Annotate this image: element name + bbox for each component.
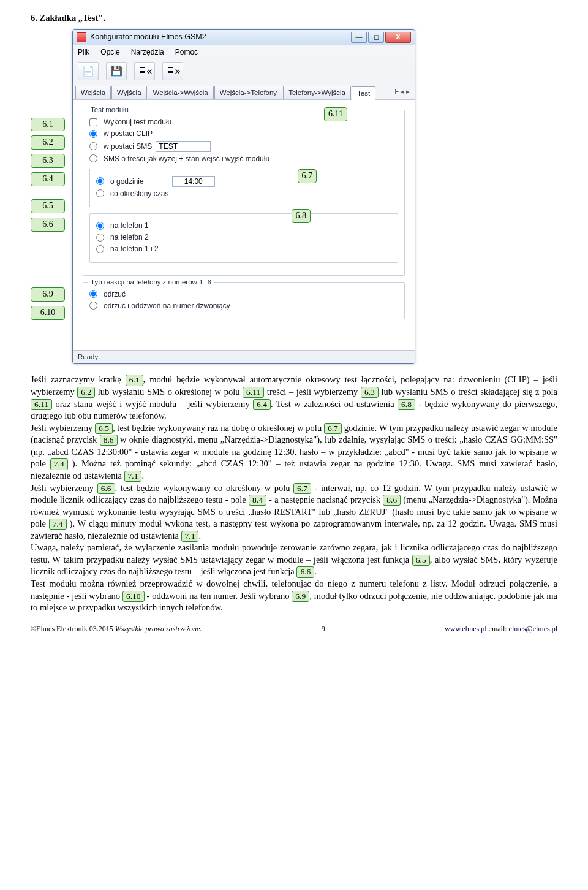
ref-6-11a: 6.11 — [243, 387, 264, 398]
left-callouts: 6.1 6.2 6.3 6.4 6.5 6.6 6.9 6.10 — [31, 29, 65, 365]
footer-left: ©Elmes Elektronik 03.2015 Wszystkie praw… — [31, 624, 202, 634]
radio-telefon-1-2[interactable] — [96, 245, 104, 253]
ref-6-8: 6.8 — [398, 399, 415, 410]
callout-6-6: 6.6 — [31, 218, 65, 232]
ref-6-9: 6.9 — [292, 591, 309, 602]
menu-narzedzia[interactable]: Narzędzia — [131, 47, 164, 57]
group-reakcja: Typ reakcji na telefony z numerów 1- 6 o… — [83, 282, 405, 319]
toolbar-download-icon[interactable]: 🖥« — [134, 62, 155, 80]
tab-strip: Wejścia Wyjścia Wejścia->Wyjścia Wejścia… — [73, 83, 415, 101]
ref-7-1b: 7.1 — [181, 531, 199, 542]
tab-test[interactable]: Test — [352, 86, 375, 101]
ref-8-4: 8.4 — [249, 495, 266, 506]
footer-page-number: - 9 - — [317, 624, 330, 634]
screenshot-stage: 6.1 6.2 6.3 6.4 6.5 6.6 6.9 6.10 Konfigu… — [31, 29, 557, 365]
ref-6-1: 6.1 — [126, 375, 143, 386]
ref-6-6: 6.6 — [97, 483, 115, 494]
tab-telefony-wyjscia[interactable]: Telefony->Wyjścia — [283, 86, 351, 100]
footer-right: www.elmes.pl email: elmes@elmes.pl — [445, 624, 557, 634]
ref-7-1a: 7.1 — [124, 471, 142, 482]
menubar: Plik Opcje Narzędzia Pomoc — [73, 45, 415, 59]
callout-6-2: 6.2 — [31, 135, 65, 150]
label-telefon-1: na telefon 1 — [110, 221, 149, 230]
group-telefon: na telefon 1 na telefon 2 na telefon 1 i… — [89, 213, 398, 263]
label-sms: w postaci SMS — [104, 142, 152, 151]
ref-6-7b: 6.7 — [293, 483, 311, 494]
label-sms-stan: SMS o treści jak wyżej + stan wejść i wy… — [104, 154, 270, 164]
callout-6-5: 6.5 — [31, 199, 65, 213]
radio-clip[interactable] — [89, 130, 97, 138]
tab-pane: Test modułu Wykonuj test modułu w postac… — [73, 100, 415, 350]
radio-odrzuc[interactable] — [89, 290, 97, 298]
radio-telefon-1[interactable] — [96, 222, 104, 230]
ref-6-7: 6.7 — [324, 423, 342, 434]
group-legend-reakcja: Typ reakcji na telefony z numerów 1- 6 — [88, 278, 214, 287]
menu-pomoc[interactable]: Pomoc — [175, 47, 198, 57]
footer-link-email[interactable]: elmes@elmes.pl — [509, 625, 557, 633]
label-o-godzinie: o godzinie — [110, 177, 144, 186]
app-window: Konfigurator modułu Elmes GSM2 — ◻ X Pli… — [72, 29, 415, 365]
ref-6-10: 6.10 — [123, 591, 145, 602]
ref-6-11b: 6.11 — [31, 399, 52, 410]
ref-6-5: 6.5 — [95, 423, 113, 434]
label-wykonuj-test: Wykonuj test modułu — [104, 117, 172, 127]
footer-link-site[interactable]: www.elmes.pl — [445, 625, 487, 633]
radio-sms-stan[interactable] — [89, 154, 97, 162]
checkbox-wykonuj-test[interactable] — [89, 118, 97, 126]
ref-6-3: 6.3 — [361, 387, 379, 398]
label-odrzuc: odrzuć — [104, 289, 126, 299]
section-heading: 6. Zakładka „Test". — [31, 12, 557, 25]
body-text: Jeśli zaznaczymy kratkę 6.1, moduł będzi… — [31, 374, 557, 614]
menu-opcje[interactable]: Opcje — [100, 47, 119, 57]
tab-wyjscia[interactable]: Wyjścia — [111, 86, 147, 100]
radio-sms[interactable] — [89, 142, 97, 150]
callout-6-3: 6.3 — [31, 154, 65, 168]
status-bar: Ready — [73, 350, 415, 364]
ref-8-6a: 8.6 — [100, 435, 118, 446]
toolbar-open-icon[interactable]: 📄 — [78, 62, 99, 80]
ref-7-4b: 7.4 — [49, 519, 67, 530]
close-button[interactable]: X — [385, 32, 411, 43]
tab-scroll[interactable]: F ◂ ▸ — [392, 86, 412, 100]
ref-6-2: 6.2 — [77, 387, 95, 398]
callout-6-1: 6.1 — [31, 118, 65, 132]
callout-6-11: 6.11 — [324, 107, 347, 121]
label-telefon-1-2: na telefon 1 i 2 — [110, 244, 159, 254]
ref-7-4a: 7.4 — [50, 458, 68, 470]
callout-6-4: 6.4 — [31, 172, 65, 186]
radio-odrzuc-oddzwon[interactable] — [89, 302, 97, 310]
label-odrzuc-oddzwon: odrzuć i oddzwoń na numer dzwoniący — [104, 301, 230, 311]
input-time[interactable] — [172, 176, 215, 187]
ref-6-6b: 6.6 — [296, 566, 314, 577]
group-legend-test: Test modułu — [88, 105, 131, 115]
ref-6-4: 6.4 — [253, 399, 271, 410]
toolbar-save-icon[interactable]: 💾 — [106, 62, 127, 80]
label-co-czas: co określony czas — [110, 189, 168, 199]
group-timing: o godzinie co określony czas — [89, 169, 398, 207]
menu-plik[interactable]: Plik — [78, 47, 89, 57]
ref-6-5b: 6.5 — [412, 555, 430, 566]
app-icon — [77, 32, 86, 42]
radio-co-czas[interactable] — [96, 189, 104, 197]
callout-6-7: 6.7 — [298, 169, 317, 183]
tab-wejscia[interactable]: Wejścia — [75, 86, 111, 100]
callout-6-10: 6.10 — [31, 306, 65, 320]
window-title: Konfigurator modułu Elmes GSM2 — [90, 32, 206, 42]
page-footer: ©Elmes Elektronik 03.2015 Wszystkie praw… — [31, 622, 557, 634]
input-sms-text[interactable] — [156, 141, 211, 152]
maximize-button[interactable]: ◻ — [368, 32, 384, 43]
titlebar: Konfigurator modułu Elmes GSM2 — ◻ X — [73, 30, 415, 45]
radio-telefon-2[interactable] — [96, 234, 104, 242]
ref-8-6b: 8.6 — [383, 495, 401, 506]
toolbar-upload-icon[interactable]: 🖥» — [162, 62, 183, 80]
minimize-button[interactable]: — — [351, 32, 367, 43]
radio-o-godzinie[interactable] — [96, 177, 104, 185]
tab-wejscia-telefony[interactable]: Wejścia->Telefony — [214, 86, 282, 100]
toolbar: 📄 💾 🖥« 🖥» — [73, 59, 415, 83]
label-telefon-2: na telefon 2 — [110, 232, 149, 242]
label-clip: w postaci CLIP — [104, 129, 153, 139]
group-test-modulu: Test modułu Wykonuj test modułu w postac… — [83, 110, 405, 275]
tab-wejscia-wyjscia[interactable]: Wejścia->Wyjścia — [148, 86, 214, 100]
callout-6-9: 6.9 — [31, 287, 65, 302]
callout-6-8: 6.8 — [292, 209, 311, 223]
